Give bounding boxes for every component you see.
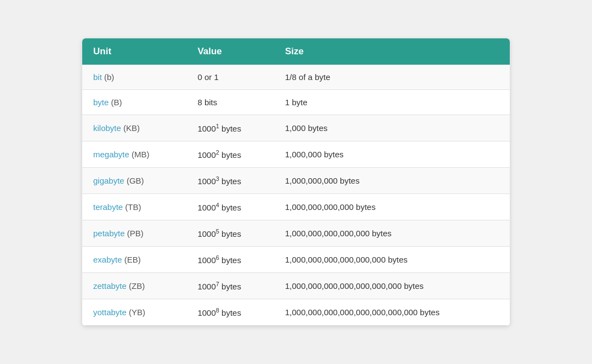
unit-cell: byte (B) bbox=[82, 90, 186, 115]
unit-link[interactable]: bit bbox=[93, 72, 102, 82]
unit-suffix: (GB) bbox=[124, 176, 144, 185]
unit-suffix: (PB) bbox=[125, 229, 144, 238]
value-cell: 10002 bytes bbox=[186, 141, 274, 168]
unit-link[interactable]: exabyte bbox=[93, 255, 122, 264]
table-row: megabyte (MB)10002 bytes1,000,000 bytes bbox=[82, 141, 510, 168]
unit-cell: zettabyte (ZB) bbox=[82, 273, 186, 299]
unit-suffix: (EB) bbox=[122, 255, 141, 264]
unit-cell: gigabyte (GB) bbox=[82, 168, 186, 194]
unit-suffix: (TB) bbox=[123, 202, 141, 212]
unit-suffix: (KB) bbox=[121, 123, 140, 133]
size-cell: 1,000,000,000,000,000 bytes bbox=[274, 220, 510, 247]
unit-suffix: (b) bbox=[102, 72, 115, 82]
exponent: 7 bbox=[216, 281, 219, 287]
unit-cell: kilobyte (KB) bbox=[82, 115, 186, 141]
exponent: 8 bbox=[216, 307, 219, 314]
value-cell: 0 or 1 bbox=[186, 65, 274, 90]
unit-cell: bit (b) bbox=[82, 65, 186, 90]
table-row: kilobyte (KB)10001 bytes1,000 bytes bbox=[82, 115, 510, 141]
data-table: Unit Value Size bit (b)0 or 11/8 of a by… bbox=[82, 38, 510, 326]
col-header-unit: Unit bbox=[82, 38, 186, 65]
value-cell: 10007 bytes bbox=[186, 273, 274, 299]
value-cell: 10008 bytes bbox=[186, 299, 274, 326]
unit-link[interactable]: terabyte bbox=[93, 202, 123, 212]
unit-cell: terabyte (TB) bbox=[82, 194, 186, 220]
table-row: petabyte (PB)10005 bytes1,000,000,000,00… bbox=[82, 220, 510, 247]
unit-cell: megabyte (MB) bbox=[82, 141, 186, 168]
col-header-value: Value bbox=[186, 38, 274, 65]
table-header-row: Unit Value Size bbox=[82, 38, 510, 65]
unit-suffix: (MB) bbox=[129, 150, 150, 159]
table-row: exabyte (EB)10006 bytes1,000,000,000,000… bbox=[82, 247, 510, 273]
exponent: 6 bbox=[216, 254, 219, 261]
exponent: 5 bbox=[216, 228, 219, 235]
unit-link[interactable]: petabyte bbox=[93, 229, 125, 238]
size-cell: 1,000,000 bytes bbox=[274, 141, 510, 168]
exponent: 1 bbox=[216, 123, 219, 129]
value-cell: 10004 bytes bbox=[186, 194, 274, 220]
value-cell: 10006 bytes bbox=[186, 247, 274, 273]
col-header-size: Size bbox=[274, 38, 510, 65]
value-cell: 10001 bytes bbox=[186, 115, 274, 141]
size-cell: 1,000,000,000 bytes bbox=[274, 168, 510, 194]
value-cell: 10003 bytes bbox=[186, 168, 274, 194]
unit-suffix: (B) bbox=[109, 98, 122, 107]
exponent: 2 bbox=[216, 149, 219, 156]
value-cell: 8 bits bbox=[186, 90, 274, 115]
table-row: terabyte (TB)10004 bytes1,000,000,000,00… bbox=[82, 194, 510, 220]
table-row: bit (b)0 or 11/8 of a byte bbox=[82, 65, 510, 90]
unit-link[interactable]: zettabyte bbox=[93, 281, 127, 291]
unit-link[interactable]: byte bbox=[93, 98, 109, 107]
table-row: byte (B)8 bits1 byte bbox=[82, 90, 510, 115]
table-row: zettabyte (ZB)10007 bytes1,000,000,000,0… bbox=[82, 273, 510, 299]
table-row: yottabyte (YB)10008 bytes1,000,000,000,0… bbox=[82, 299, 510, 326]
size-cell: 1,000,000,000,000 bytes bbox=[274, 194, 510, 220]
unit-cell: exabyte (EB) bbox=[82, 247, 186, 273]
value-cell: 10005 bytes bbox=[186, 220, 274, 247]
unit-cell: petabyte (PB) bbox=[82, 220, 186, 247]
table-row: gigabyte (GB)10003 bytes1,000,000,000 by… bbox=[82, 168, 510, 194]
unit-suffix: (YB) bbox=[127, 308, 145, 317]
unit-link[interactable]: kilobyte bbox=[93, 123, 121, 133]
size-cell: 1,000,000,000,000,000,000 bytes bbox=[274, 247, 510, 273]
exponent: 4 bbox=[216, 202, 219, 208]
size-cell: 1,000 bytes bbox=[274, 115, 510, 141]
unit-cell: yottabyte (YB) bbox=[82, 299, 186, 326]
unit-suffix: (ZB) bbox=[127, 281, 145, 291]
unit-link[interactable]: megabyte bbox=[93, 150, 129, 159]
unit-link[interactable]: gigabyte bbox=[93, 176, 124, 185]
size-cell: 1,000,000,000,000,000,000,000 bytes bbox=[274, 273, 510, 299]
exponent: 3 bbox=[216, 175, 219, 182]
size-cell: 1,000,000,000,000,000,000,000,000 bytes bbox=[274, 299, 510, 326]
unit-link[interactable]: yottabyte bbox=[93, 308, 127, 317]
size-cell: 1 byte bbox=[274, 90, 510, 115]
size-cell: 1/8 of a byte bbox=[274, 65, 510, 90]
